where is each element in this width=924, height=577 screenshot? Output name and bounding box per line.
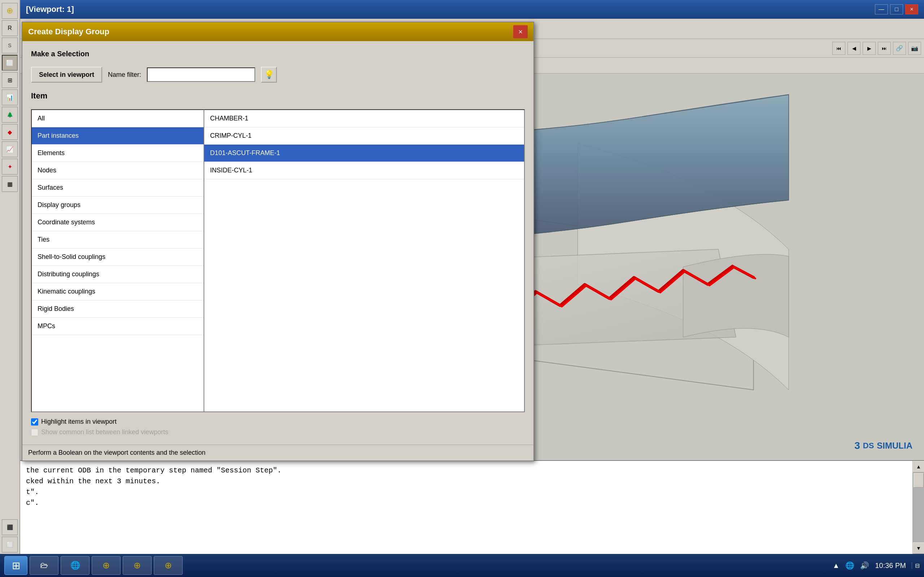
make-selection-section: Make a Selection [31, 50, 525, 61]
part-instance-d101[interactable]: D101-ASCUT-FRAME-1 [204, 145, 524, 162]
list-item-rigid-bodies[interactable]: Rigid Bodies [32, 300, 204, 318]
sidebar-icon-bottom1[interactable]: ⬛ [2, 519, 18, 535]
checkbox-area: Highlight items in viewport Show common … [31, 418, 525, 436]
sidebar-icon-star[interactable]: ✦ [2, 159, 18, 174]
app1-icon: ⊕ [102, 561, 110, 571]
network-icon[interactable]: 🌐 [845, 561, 855, 570]
console-area: the current ODB in the temporary step na… [20, 460, 924, 554]
taskbar-clock[interactable]: 10:36 PM [875, 561, 906, 570]
part-instances-list: CHAMBER-1 CRIMP-CYL-1 D101-ASCUT-FRAME-1… [204, 109, 525, 412]
sidebar-icon-arrows[interactable]: ⊕ [2, 3, 18, 19]
list-item-shell-to-solid[interactable]: Shell-to-Solid couplings [32, 248, 204, 266]
scrollbar-down-arrow[interactable]: ▼ [913, 542, 924, 554]
part-instance-inside-cyl[interactable]: INSIDE-CYL-1 [204, 162, 524, 179]
browser-icon: 🌐 [70, 561, 80, 570]
list-item-elements[interactable]: Elements [32, 145, 204, 162]
selection-controls-row: Select in viewport Name filter: 💡 [31, 67, 525, 82]
taskbar-item-browser[interactable]: 🌐 [61, 556, 89, 575]
part-instance-crimp-cyl[interactable]: CRIMP-CYL-1 [204, 127, 524, 145]
taskbar-right-area: ▲ 🌐 🔊 10:36 PM ⊟ [833, 561, 920, 570]
link-btn[interactable]: 🔗 [893, 42, 906, 55]
sidebar-icon-active1[interactable]: ⬜ [2, 55, 18, 71]
sound-icon[interactable]: 🔊 [860, 561, 869, 570]
list-item-mpcs[interactable]: MPCs [32, 318, 204, 335]
item-label: Item [31, 91, 525, 101]
make-selection-title: Make a Selection [31, 50, 525, 58]
sidebar-icon-r[interactable]: R [2, 20, 18, 36]
dialog-statusbar: Perform a Boolean on the viewport conten… [23, 445, 533, 461]
snapshot-btn[interactable]: 📷 [908, 42, 921, 55]
viewport-close-btn[interactable]: × [905, 4, 918, 15]
list-item-display-groups[interactable]: Display groups [32, 197, 204, 214]
show-common-checkbox [31, 429, 38, 436]
list-item-part-instances[interactable]: Part instances [32, 127, 204, 145]
viewport-title: [Viewport: 1] [26, 5, 74, 14]
notification-icon[interactable]: ▲ [833, 561, 840, 570]
part-instance-chamber[interactable]: CHAMBER-1 [204, 110, 524, 127]
dialog-status-text: Perform a Boolean on the viewport conten… [28, 449, 205, 456]
viewport-maximize-btn[interactable]: □ [890, 4, 903, 15]
sidebar-icon-diamond[interactable]: ◆ [2, 124, 18, 140]
lightbulb-button[interactable]: 💡 [261, 67, 277, 82]
list-item-surfaces[interactable]: Surfaces [32, 179, 204, 197]
item-type-list: All Part instances Elements Nodes Surfac… [31, 109, 204, 412]
viewport-titlebar-buttons: — □ × [875, 4, 918, 15]
dialog-title: Create Display Group [28, 27, 109, 36]
app3-icon: ⊕ [165, 561, 172, 571]
list-item-ties[interactable]: Ties [32, 231, 204, 248]
taskbar-item-app3[interactable]: ⊕ [154, 556, 183, 575]
taskbar-item-app1[interactable]: ⊕ [92, 556, 121, 575]
taskbar-start-button[interactable]: ⊞ [4, 556, 27, 575]
app2-icon: ⊕ [134, 561, 141, 571]
console-scrollbar[interactable]: ▲ ▼ [913, 461, 924, 554]
scrollbar-thumb[interactable] [914, 473, 924, 488]
sidebar-icon-grid[interactable]: ⊞ [2, 72, 18, 88]
two-panel-area: All Part instances Elements Nodes Surfac… [31, 109, 525, 412]
viewport-titlebar: [Viewport: 1] — □ × [20, 0, 924, 19]
taskbar: ⊞ 🗁 🌐 ⊕ ⊕ ⊕ ▲ 🌐 🔊 10:36 PM ⊟ [0, 554, 924, 577]
history-start-btn[interactable]: ⏮ [832, 42, 845, 55]
show-common-checkbox-label: Show common list between linked viewport… [31, 429, 525, 436]
sidebar-icon-bottom2[interactable]: ⬜ [2, 537, 18, 553]
history-prev-btn[interactable]: ◀ [848, 42, 861, 55]
taskbar-item-app2[interactable]: ⊕ [123, 556, 152, 575]
dialog-titlebar[interactable]: Create Display Group × [23, 23, 533, 41]
dialog-close-button[interactable]: × [513, 25, 528, 38]
dialog-body: Make a Selection Select in viewport Name… [23, 41, 533, 445]
list-item-kinematic[interactable]: Kinematic couplings [32, 283, 204, 300]
lightbulb-icon: 💡 [264, 70, 274, 79]
sidebar-icon-s[interactable]: S [2, 37, 18, 53]
name-filter-label: Name filter: [108, 71, 141, 79]
highlight-checkbox[interactable] [31, 418, 38, 425]
console-text: the current ODB in the temporary step na… [20, 461, 913, 554]
taskbar-item-folder[interactable]: 🗁 [30, 556, 58, 575]
history-next-btn[interactable]: ▶ [863, 42, 876, 55]
viewport-minimize-btn[interactable]: — [875, 4, 888, 15]
list-item-distributing[interactable]: Distributing couplings [32, 266, 204, 283]
name-filter-input[interactable] [147, 68, 255, 82]
list-item-coordinate-systems[interactable]: Coordinate systems [32, 214, 204, 231]
list-item-all[interactable]: All [32, 110, 204, 127]
app-window: ⊕ R S ⬜ ⊞ 📊 🌲 ◆ 📈 ✦ ▦ ⬛ ⬜ [Viewport: 1] … [0, 0, 924, 577]
start-icon: ⊞ [12, 560, 20, 572]
list-item-nodes[interactable]: Nodes [32, 162, 204, 179]
highlight-checkbox-label[interactable]: Highlight items in viewport [31, 418, 525, 425]
scrollbar-up-arrow[interactable]: ▲ [913, 461, 924, 472]
history-end-btn[interactable]: ⏭ [878, 42, 891, 55]
sidebar-icon-chart2[interactable]: 📈 [2, 141, 18, 157]
scrollbar-track[interactable] [913, 472, 924, 542]
folder-icon: 🗁 [40, 561, 48, 570]
show-desktop-icon[interactable]: ⊟ [912, 562, 920, 569]
simulia-logo: 3 DS SIMULIA [855, 440, 913, 451]
create-display-group-dialog: Create Display Group × Make a Selection … [22, 22, 534, 461]
select-viewport-button[interactable]: Select in viewport [31, 67, 102, 82]
sidebar-icon-graph[interactable]: 📊 [2, 89, 18, 105]
sidebar-icon-tree[interactable]: 🌲 [2, 107, 18, 122]
sidebar-icon-grid2[interactable]: ▦ [2, 176, 18, 192]
